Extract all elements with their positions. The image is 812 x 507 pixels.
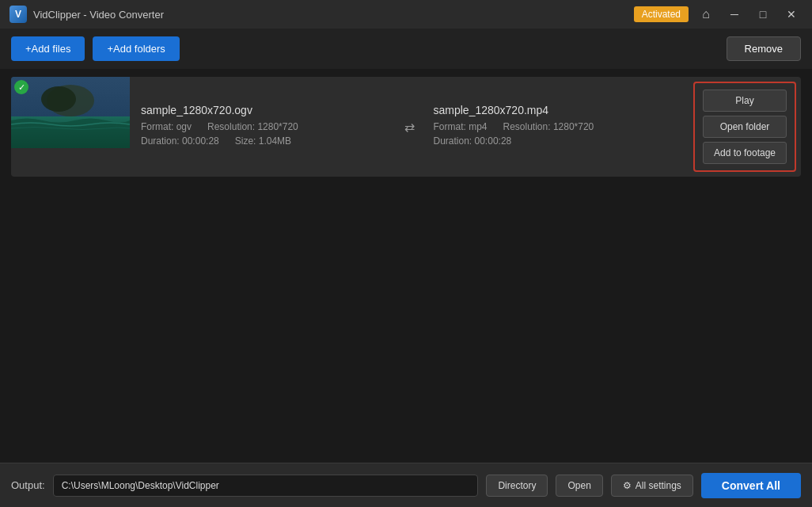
settings-icon: ⚙ — [623, 480, 632, 491]
add-folders-button[interactable]: +Add folders — [93, 36, 179, 61]
arrow-symbol: ⇄ — [404, 120, 415, 135]
minimize-button[interactable]: ─ — [723, 6, 746, 23]
settings-button[interactable]: ⚙ All settings — [611, 475, 693, 497]
add-to-footage-button[interactable]: Add to footage — [703, 142, 787, 164]
activated-badge: Activated — [634, 6, 689, 22]
close-button[interactable]: ✕ — [780, 6, 803, 23]
source-resolution: Resolution: 1280*720 — [207, 121, 298, 132]
source-meta-row2: Duration: 00:00:28 Size: 1.04MB — [141, 135, 385, 147]
output-meta-row1: Format: mp4 Resolution: 1280*720 — [434, 121, 678, 132]
table-row: ✓ sample_1280x720.ogv Format: ogv Resolu… — [11, 77, 801, 177]
play-button[interactable]: Play — [703, 90, 787, 112]
svg-point-2 — [41, 86, 76, 112]
output-path-input[interactable] — [53, 475, 479, 497]
convert-arrow-icon: ⇄ — [397, 77, 423, 177]
output-filename: sample_1280x720.mp4 — [434, 104, 678, 116]
source-size: Size: 1.04MB — [235, 135, 291, 147]
maximize-button[interactable]: □ — [752, 6, 774, 23]
home-button[interactable]: ⌂ — [695, 6, 717, 23]
output-file-info: sample_1280x720.mp4 Format: mp4 Resoluti… — [423, 77, 689, 177]
titlebar-right: Activated ⌂ ─ □ ✕ — [634, 6, 803, 23]
source-format: Format: ogv — [141, 121, 192, 132]
output-meta-row2: Duration: 00:00:28 — [434, 135, 678, 147]
thumbnail-image — [11, 77, 130, 148]
app-icon: V — [9, 6, 27, 23]
open-button[interactable]: Open — [556, 475, 602, 497]
check-badge: ✓ — [14, 80, 28, 94]
directory-button[interactable]: Directory — [486, 475, 548, 497]
output-label: Output: — [11, 479, 45, 491]
titlebar-left: V VidClipper - Video Converter — [9, 6, 164, 23]
output-format: Format: mp4 — [434, 121, 488, 132]
add-files-button[interactable]: +Add files — [11, 36, 85, 61]
bottom-bar: Output: Directory Open ⚙ All settings Co… — [0, 463, 812, 507]
output-duration: Duration: 00:00:28 — [434, 135, 512, 147]
close-icon: ✕ — [787, 8, 796, 21]
thumbnail-svg — [11, 77, 130, 148]
open-folder-button[interactable]: Open folder — [703, 116, 787, 138]
file-thumbnail: ✓ — [11, 77, 130, 148]
source-meta-row1: Format: ogv Resolution: 1280*720 — [141, 121, 385, 132]
remove-button[interactable]: Remove — [727, 36, 801, 61]
source-file-info: sample_1280x720.ogv Format: ogv Resoluti… — [130, 77, 397, 177]
app-title: VidClipper - Video Converter — [33, 9, 164, 21]
toolbar-right: Remove — [727, 36, 801, 61]
main-content: ✓ sample_1280x720.ogv Format: ogv Resolu… — [0, 69, 812, 463]
check-icon: ✓ — [18, 82, 25, 93]
toolbar: +Add files +Add folders Remove — [0, 29, 812, 69]
minimize-icon: ─ — [730, 8, 738, 21]
source-filename: sample_1280x720.ogv — [141, 104, 385, 116]
app-icon-letter: V — [15, 9, 21, 20]
titlebar: V VidClipper - Video Converter Activated… — [0, 0, 812, 29]
output-resolution: Resolution: 1280*720 — [503, 121, 594, 132]
maximize-icon: □ — [760, 8, 766, 21]
settings-label: All settings — [636, 480, 681, 491]
file-action-buttons: Play Open folder Add to footage — [693, 82, 796, 172]
source-duration: Duration: 00:00:28 — [141, 135, 219, 147]
home-icon: ⌂ — [702, 7, 710, 21]
convert-all-button[interactable]: Convert All — [701, 473, 801, 498]
